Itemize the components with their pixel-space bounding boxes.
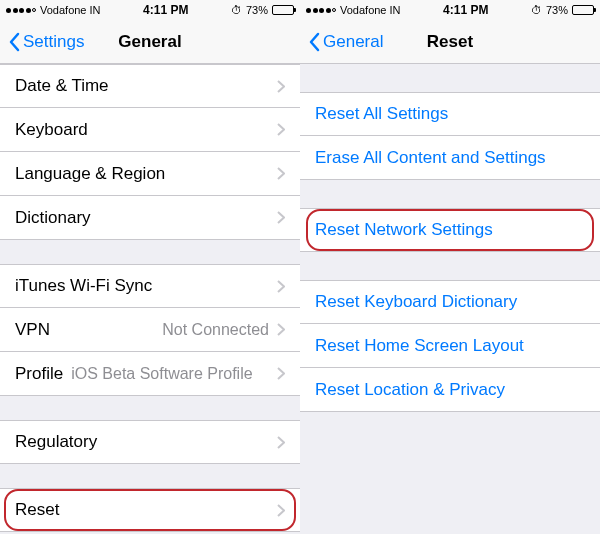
back-button[interactable]: Settings [8,32,84,52]
carrier-label: Vodafone IN [340,4,401,16]
battery-icon [272,5,294,15]
row-keyboard[interactable]: Keyboard [0,108,300,152]
chevron-right-icon [277,80,285,93]
row-reset-location-privacy[interactable]: Reset Location & Privacy [300,368,600,412]
reset-screen: Vodafone IN 4:11 PM ⏱ 73% General Reset … [300,0,600,534]
alarm-icon: ⏱ [531,4,542,16]
clock: 4:11 PM [443,3,488,17]
row-reset-all-settings[interactable]: Reset All Settings [300,92,600,136]
carrier-label: Vodafone IN [40,4,101,16]
chevron-right-icon [277,504,285,517]
chevron-right-icon [277,367,285,380]
row-language-region[interactable]: Language & Region [0,152,300,196]
signal-icon [306,8,336,13]
chevron-right-icon [277,123,285,136]
battery-icon [572,5,594,15]
settings-general-screen: Vodafone IN 4:11 PM ⏱ 73% Settings Gener… [0,0,300,534]
chevron-right-icon [277,280,285,293]
clock: 4:11 PM [143,3,188,17]
status-bar: Vodafone IN 4:11 PM ⏱ 73% [300,0,600,20]
row-reset-keyboard[interactable]: Reset Keyboard Dictionary [300,280,600,324]
row-reset[interactable]: Reset [0,488,300,532]
row-reset-home-screen[interactable]: Reset Home Screen Layout [300,324,600,368]
settings-list: Date & Time Keyboard Language & Region D… [0,64,300,534]
nav-bar: Settings General [0,20,300,64]
chevron-right-icon [277,167,285,180]
nav-bar: General Reset [300,20,600,64]
chevron-left-icon [8,32,20,52]
reset-list: Reset All Settings Erase All Content and… [300,64,600,534]
row-vpn[interactable]: VPN Not Connected [0,308,300,352]
row-dictionary[interactable]: Dictionary [0,196,300,240]
row-profile[interactable]: Profile iOS Beta Software Profile [0,352,300,396]
chevron-right-icon [277,211,285,224]
row-date-time[interactable]: Date & Time [0,64,300,108]
status-bar: Vodafone IN 4:11 PM ⏱ 73% [0,0,300,20]
chevron-right-icon [277,323,285,336]
chevron-left-icon [308,32,320,52]
back-button[interactable]: General [308,32,383,52]
back-label: General [323,32,383,52]
battery-pct: 73% [546,4,568,16]
battery-pct: 73% [246,4,268,16]
chevron-right-icon [277,436,285,449]
row-reset-network[interactable]: Reset Network Settings [300,208,600,252]
signal-icon [6,8,36,13]
row-regulatory[interactable]: Regulatory [0,420,300,464]
alarm-icon: ⏱ [231,4,242,16]
back-label: Settings [23,32,84,52]
row-erase-all[interactable]: Erase All Content and Settings [300,136,600,180]
row-itunes-sync[interactable]: iTunes Wi-Fi Sync [0,264,300,308]
